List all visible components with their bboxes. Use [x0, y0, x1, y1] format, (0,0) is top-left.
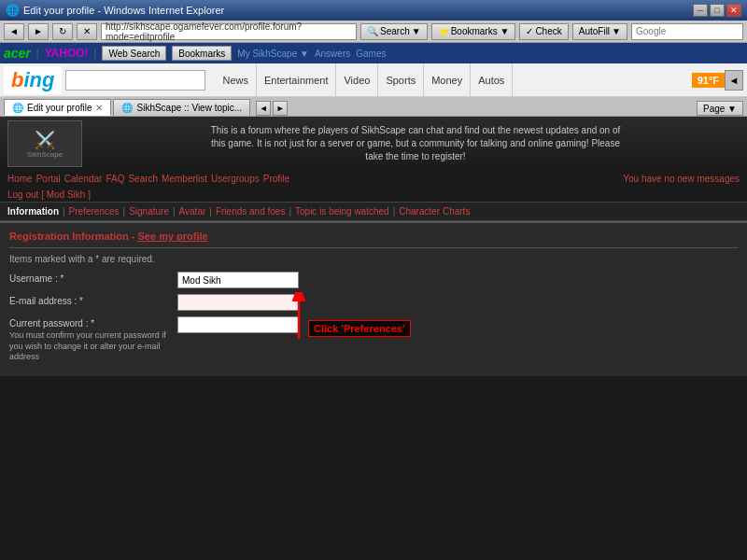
- bookmarks-button[interactable]: ⭐ Bookmarks ▼: [431, 23, 516, 40]
- bing-news[interactable]: News: [215, 63, 257, 97]
- username-row: Username : *: [9, 272, 738, 288]
- autofill-button[interactable]: AutoFill ▼: [572, 23, 627, 40]
- tab-view-topic[interactable]: 🌐 SikhScape :: View topic...: [113, 99, 250, 116]
- tab2-label: SikhScape :: View topic...: [136, 103, 242, 113]
- autofill-dropdown-icon: ▼: [612, 26, 621, 36]
- forum-logo: ⚔️ SikhScape: [7, 120, 82, 167]
- content-wrapper: ⚔️ SikhScape This is a forum where the p…: [0, 117, 747, 376]
- registration-area: Registration Information - See my profil…: [0, 221, 747, 376]
- annotation-area: Click 'Preferences': [280, 292, 355, 341]
- tab-friends-foes[interactable]: Friends and foes: [216, 206, 286, 217]
- click-annotation: Click 'Preferences': [308, 320, 411, 337]
- check-label: Check: [535, 26, 561, 36]
- tab-label: Edit your profile: [27, 103, 92, 113]
- games-link[interactable]: Games: [356, 49, 386, 59]
- weather-badge: 91°F: [692, 73, 725, 88]
- page-button[interactable]: Page ▼: [697, 101, 743, 116]
- stop-button[interactable]: ✕: [77, 23, 97, 40]
- acer-yahoo-bar: acer | YAHOO! | Web Search Bookmarks My …: [0, 43, 747, 63]
- yahoo-logo: YAHOO!: [45, 47, 89, 60]
- autofill-label: AutoFill: [579, 26, 610, 36]
- forum-description: This is a forum where the players of Sik…: [92, 120, 740, 163]
- address-bar[interactable]: http://sikhscape.ogamefever.com/profile.…: [101, 23, 357, 40]
- bing-b: b: [11, 68, 23, 92]
- username-label: Username : *: [9, 272, 177, 284]
- bing-entertainment[interactable]: Entertainment: [257, 63, 336, 97]
- tab-avatar[interactable]: Avatar: [179, 206, 206, 217]
- nav-search[interactable]: Search: [128, 174, 158, 184]
- google-search-input[interactable]: [636, 26, 739, 36]
- nav-home[interactable]: Home: [7, 174, 33, 184]
- username-input[interactable]: [177, 272, 299, 288]
- bing-nav: News Entertainment Video Sports Money Au…: [215, 63, 513, 97]
- bookmarks-label: Bookmarks ▼: [451, 26, 510, 36]
- google-search-box[interactable]: [631, 23, 743, 40]
- nav-messages: You have no new messages: [623, 174, 740, 184]
- acer-logo: acer: [4, 46, 31, 61]
- forum-desc-text: This is a forum where the players of Sik…: [211, 125, 621, 161]
- password-label: Current password : *: [9, 316, 177, 329]
- nav-usergroups[interactable]: Usergroups: [211, 174, 260, 184]
- nav-portal[interactable]: Portal: [36, 174, 61, 184]
- browser-content: ⚔️ SikhScape This is a forum where the p…: [0, 117, 747, 560]
- title-bar-controls: ─ □ ✕: [693, 4, 741, 17]
- bing-autos[interactable]: Autos: [471, 63, 513, 97]
- my-sikhscape-link[interactable]: My SikhScape ▼: [237, 49, 309, 59]
- password-label-area: Current password : * You must confirm yo…: [9, 316, 177, 363]
- password-note: You must confirm your current password i…: [9, 330, 177, 363]
- search-icon: 🔍: [367, 26, 378, 36]
- answers-link[interactable]: Answers: [315, 49, 350, 59]
- nav-faq[interactable]: FAQ: [106, 174, 124, 184]
- web-search-button[interactable]: Web Search: [102, 46, 166, 61]
- tab-signature[interactable]: Signature: [129, 206, 169, 217]
- search-button[interactable]: 🔍 Search ▼: [360, 23, 428, 40]
- nav-memberlist[interactable]: Memberlist: [162, 174, 207, 184]
- bookmarks-fav-label: Bookmarks: [178, 49, 225, 59]
- back-button[interactable]: ◄: [4, 23, 24, 40]
- required-note: Items marked with a * are required.: [9, 254, 738, 264]
- bookmarks-fav-button[interactable]: Bookmarks: [172, 46, 232, 61]
- bing-money[interactable]: Money: [424, 63, 471, 97]
- tab-scroll-right[interactable]: ►: [273, 101, 288, 116]
- bing-video[interactable]: Video: [336, 63, 378, 97]
- minimize-button[interactable]: ─: [693, 4, 708, 17]
- forum-nav: Home Portal Calendar FAQ Search Memberli…: [0, 171, 747, 187]
- tab-scroll-left[interactable]: ◄: [256, 101, 271, 116]
- nav-profile[interactable]: Profile: [263, 174, 289, 184]
- bing-collapse-button[interactable]: ◄: [725, 70, 743, 91]
- window-title: Edit your profile - Windows Internet Exp…: [23, 5, 224, 16]
- close-button[interactable]: ✕: [726, 4, 741, 17]
- tab-bar: 🌐 Edit your profile ✕ 🌐 SikhScape :: Vie…: [0, 97, 747, 117]
- see-profile-link[interactable]: See my profile: [138, 231, 208, 242]
- search-dropdown-icon: ▼: [412, 26, 421, 36]
- main-toolbar: ◄ ► ↻ ✕ http://sikhscape.ogamefever.com/…: [0, 21, 747, 43]
- logout-area: Log out [ Mod Sikh ]: [0, 187, 747, 202]
- bing-sports[interactable]: Sports: [378, 63, 424, 97]
- reg-header-text: Registration Information -: [9, 231, 134, 242]
- nav-calendar[interactable]: Calendar: [64, 174, 103, 184]
- title-bar-left: 🌐 Edit your profile - Windows Internet E…: [6, 4, 224, 17]
- tab-preferences[interactable]: Preferences: [69, 206, 120, 217]
- bing-search-input[interactable]: [65, 70, 205, 91]
- tab-information[interactable]: Information: [7, 206, 59, 217]
- page-controls: Page ▼: [697, 101, 743, 116]
- check-button[interactable]: ✓ Check: [519, 23, 568, 40]
- tab-topic-watched[interactable]: Topic is being watched: [295, 206, 389, 217]
- tab-character-charts[interactable]: Character Charts: [399, 206, 470, 217]
- profile-tabs: Information | Preferences | Signature | …: [0, 202, 747, 221]
- tab2-icon: 🌐: [121, 103, 133, 113]
- forward-button[interactable]: ►: [28, 23, 49, 40]
- tab-extra-controls: ◄ ►: [256, 101, 288, 116]
- bing-ing: ing: [23, 68, 54, 92]
- tab-icon: 🌐: [12, 103, 23, 113]
- email-row: E-mail address : *: [9, 294, 738, 311]
- tab-close-icon[interactable]: ✕: [95, 103, 103, 113]
- tab-edit-profile[interactable]: 🌐 Edit your profile ✕: [4, 99, 111, 116]
- bing-bar: b ing News Entertainment Video Sports Mo…: [0, 63, 747, 97]
- refresh-button[interactable]: ↻: [52, 23, 73, 40]
- logout-link[interactable]: Log out [ Mod Sikh ]: [7, 189, 91, 200]
- search-label: Search: [380, 26, 410, 36]
- title-bar: 🌐 Edit your profile - Windows Internet E…: [0, 0, 747, 21]
- maximize-button[interactable]: □: [710, 4, 725, 17]
- email-label: E-mail address : *: [9, 294, 177, 306]
